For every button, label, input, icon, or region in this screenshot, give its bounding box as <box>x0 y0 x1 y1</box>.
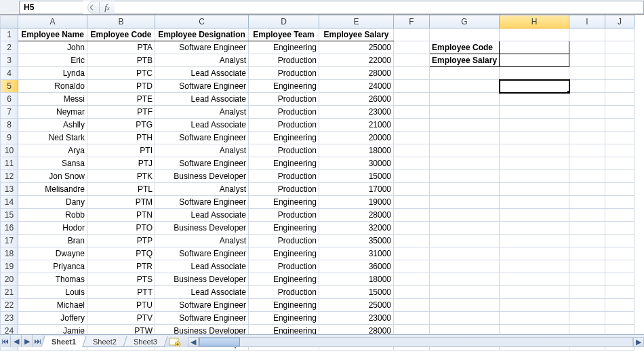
cell[interactable] <box>605 196 635 209</box>
hscroll-left-icon[interactable]: ◀ <box>188 337 199 347</box>
row-header[interactable]: 12 <box>1 170 18 183</box>
cell[interactable] <box>500 119 569 132</box>
cell[interactable] <box>394 260 430 273</box>
cell-salary[interactable]: 17000 <box>319 183 394 196</box>
col-header-G[interactable]: G <box>430 16 500 28</box>
cell[interactable] <box>394 286 430 299</box>
cell-team[interactable]: Production <box>249 144 319 157</box>
cell-name[interactable]: Dany <box>18 196 87 209</box>
cell-team[interactable]: Engineering <box>249 80 319 93</box>
cell-code[interactable]: PTL <box>87 183 155 196</box>
cell[interactable] <box>394 247 430 260</box>
cell[interactable] <box>500 209 569 222</box>
cell[interactable] <box>394 235 430 247</box>
cell[interactable] <box>394 222 430 235</box>
cell[interactable] <box>569 54 605 67</box>
cell[interactable] <box>394 80 430 93</box>
cell-code[interactable]: PTF <box>87 106 155 119</box>
tab-nav-next-icon[interactable]: ▶ <box>22 335 33 347</box>
cell[interactable] <box>430 170 500 183</box>
cell-team[interactable]: Production <box>249 106 319 119</box>
cell-team[interactable]: Production <box>249 209 319 222</box>
cell-salary[interactable]: 15000 <box>319 286 394 299</box>
cell[interactable] <box>569 196 605 209</box>
cell-name[interactable]: Michael <box>18 299 87 312</box>
cell[interactable] <box>394 93 430 106</box>
cell[interactable] <box>605 170 635 183</box>
cell[interactable] <box>569 157 605 170</box>
cell-desig[interactable]: Lead Associate <box>155 209 249 222</box>
cell-name[interactable]: Louis <box>18 286 87 299</box>
cell[interactable] <box>605 235 635 247</box>
cell-desig[interactable]: Software Engineer <box>155 157 249 170</box>
cell[interactable] <box>430 235 500 247</box>
cell-name[interactable]: Melisandre <box>18 183 87 196</box>
cell[interactable] <box>605 312 635 325</box>
cell[interactable] <box>430 80 500 93</box>
cell[interactable] <box>569 67 605 80</box>
cell-desig[interactable]: Software Engineer <box>155 41 249 54</box>
cell[interactable] <box>605 183 635 196</box>
cell-name[interactable]: Ashlly <box>18 119 87 132</box>
row-header[interactable]: 19 <box>1 260 18 273</box>
cell-code[interactable]: PTU <box>87 299 155 312</box>
hscroll-track[interactable] <box>199 337 633 347</box>
row-header[interactable]: 9 <box>1 132 18 144</box>
cell-salary[interactable]: 26000 <box>319 93 394 106</box>
cell[interactable] <box>500 286 569 299</box>
cell[interactable] <box>430 299 500 312</box>
row-header[interactable]: 2 <box>1 41 18 54</box>
cell[interactable] <box>500 106 569 119</box>
cell[interactable] <box>500 273 569 286</box>
cell[interactable] <box>569 132 605 144</box>
cell-salary[interactable]: 22000 <box>319 54 394 67</box>
cell[interactable] <box>605 209 635 222</box>
cell[interactable] <box>394 196 430 209</box>
col-header-A[interactable]: A <box>18 16 87 28</box>
row-header[interactable]: 13 <box>1 183 18 196</box>
cell[interactable] <box>394 28 430 41</box>
horizontal-scrollbar[interactable]: ◀ ▶ <box>188 337 644 347</box>
row-header[interactable]: 22 <box>1 299 18 312</box>
cell-desig[interactable]: Analyst <box>155 235 249 247</box>
cell-salary[interactable]: 21000 <box>319 119 394 132</box>
cell-name[interactable]: Hodor <box>18 222 87 235</box>
col-header-J[interactable]: J <box>605 16 635 28</box>
cell-team[interactable]: Production <box>249 235 319 247</box>
cell[interactable] <box>605 286 635 299</box>
cell-salary[interactable]: 24000 <box>319 80 394 93</box>
cell[interactable] <box>605 273 635 286</box>
cell-desig[interactable]: Analyst <box>155 183 249 196</box>
lookup-code-value[interactable] <box>500 41 569 54</box>
cell-desig[interactable]: Software Engineer <box>155 132 249 144</box>
cell-desig[interactable]: Software Engineer <box>155 312 249 325</box>
col-header-C[interactable]: C <box>155 16 249 28</box>
cell-team[interactable]: Production <box>249 54 319 67</box>
cell[interactable] <box>569 222 605 235</box>
cell-salary[interactable]: 18000 <box>319 144 394 157</box>
cell-salary[interactable]: 25000 <box>319 299 394 312</box>
cell[interactable] <box>569 286 605 299</box>
cell[interactable] <box>430 273 500 286</box>
cell[interactable] <box>500 299 569 312</box>
row-header[interactable]: 15 <box>1 209 18 222</box>
cell-salary[interactable]: 30000 <box>319 157 394 170</box>
cell[interactable] <box>500 67 569 80</box>
row-header[interactable]: 18 <box>1 247 18 260</box>
row-header[interactable]: 17 <box>1 235 18 247</box>
row-header[interactable]: 23 <box>1 312 18 325</box>
header-cell[interactable]: Employee Name <box>18 28 87 41</box>
cell-team[interactable]: Engineering <box>249 299 319 312</box>
new-sheet-icon[interactable] <box>167 337 182 347</box>
cell[interactable] <box>569 183 605 196</box>
cell[interactable] <box>394 54 430 67</box>
row-header[interactable]: 14 <box>1 196 18 209</box>
cell[interactable] <box>394 144 430 157</box>
cell-name[interactable]: Messi <box>18 93 87 106</box>
lookup-salary-label[interactable]: Employee Salary <box>430 54 500 67</box>
cell[interactable] <box>500 170 569 183</box>
cell[interactable] <box>430 196 500 209</box>
col-header-D[interactable]: D <box>249 16 319 28</box>
cell[interactable] <box>569 209 605 222</box>
col-header-H[interactable]: H <box>500 16 569 28</box>
